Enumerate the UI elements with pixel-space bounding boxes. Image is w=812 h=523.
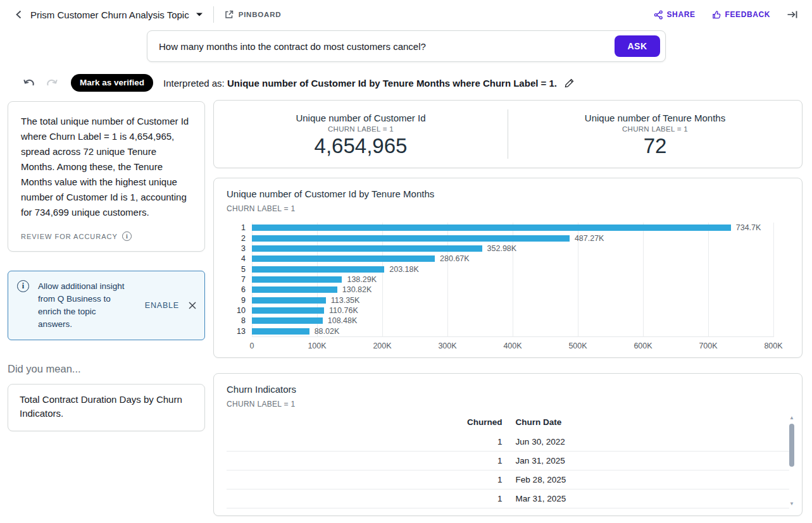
bar[interactable] bbox=[252, 328, 309, 335]
y-axis-category-label: 10 bbox=[215, 306, 246, 315]
bar-value-label: 130.82K bbox=[342, 285, 372, 294]
topbar-actions: SHARE FEEDBACK bbox=[654, 10, 798, 20]
y-axis-category-label: 1 bbox=[215, 223, 246, 232]
topic-dropdown-caret-icon[interactable] bbox=[196, 12, 203, 17]
close-icon bbox=[188, 301, 197, 310]
feedback-button[interactable]: FEEDBACK bbox=[712, 10, 770, 20]
churned-cell: 1 bbox=[227, 433, 503, 452]
answer-panel: Unique number of Customer Id CHURN LABEL… bbox=[213, 100, 803, 516]
interpreted-as-text: Interpreted as: Unique number of Custome… bbox=[163, 78, 574, 89]
scrollbar-down-arrow-icon[interactable]: ▼ bbox=[789, 501, 794, 507]
interpreted-statement: Unique number of Customer Id by Tenure M… bbox=[227, 78, 557, 89]
churned-cell: 1 bbox=[227, 452, 503, 471]
table-row[interactable]: 1Feb 28, 2025 bbox=[227, 471, 789, 489]
bar[interactable] bbox=[252, 307, 324, 314]
y-axis-category-label: 8 bbox=[215, 316, 246, 325]
scrollbar-thumb[interactable] bbox=[789, 424, 794, 467]
close-banner-button[interactable] bbox=[188, 301, 197, 310]
collapse-panel-button[interactable] bbox=[787, 10, 798, 19]
topic-title[interactable]: Prism Customer Churn Analysis Topic bbox=[30, 9, 189, 20]
x-axis-tick-label: 100K bbox=[308, 341, 326, 350]
x-axis-tick-label: 800K bbox=[764, 341, 782, 350]
review-for-accuracy: REVIEW FOR ACCURACY i bbox=[21, 231, 192, 241]
kpi-title: Unique number of Tenure Months bbox=[585, 113, 725, 123]
topbar-divider bbox=[213, 6, 214, 23]
kpi-title: Unique number of Customer Id bbox=[296, 113, 425, 123]
churn-date-cell: Jan 31, 2025 bbox=[503, 452, 789, 471]
interpreted-prefix: Interpreted as: bbox=[163, 78, 225, 89]
chart-x-axis: 0100K200K300K400K500K600K700K800K bbox=[252, 341, 773, 352]
y-axis-category-label: 7 bbox=[215, 275, 246, 284]
table-row[interactable]: 1Mar 31, 2025 bbox=[227, 489, 789, 508]
mark-as-verified-button[interactable]: Mark as verified bbox=[71, 74, 153, 92]
back-button[interactable] bbox=[11, 7, 27, 22]
bar-row: 6130.82K bbox=[252, 285, 773, 295]
bar-chart-card: Unique number of Customer Id by Tenure M… bbox=[213, 178, 803, 358]
bar-row: 8108.48K bbox=[252, 316, 773, 326]
kpi-tenure-months[interactable]: Unique number of Tenure Months CHURN LAB… bbox=[508, 101, 802, 168]
share-button[interactable]: SHARE bbox=[654, 10, 696, 20]
column-header-churn-date[interactable]: Churn Date bbox=[503, 414, 789, 433]
ask-button[interactable]: ASK bbox=[615, 35, 660, 57]
table-row[interactable]: 1Jun 30, 2022 bbox=[227, 433, 789, 452]
feedback-label: FEEDBACK bbox=[725, 10, 770, 19]
table-row[interactable]: 1Jan 31, 2025 bbox=[227, 452, 789, 471]
x-axis-tick-label: 600K bbox=[634, 341, 652, 350]
pinboard-label: PINBOARD bbox=[239, 11, 282, 18]
undo-button[interactable] bbox=[23, 78, 37, 89]
bar[interactable] bbox=[252, 245, 482, 252]
bar-row: 10110.76K bbox=[252, 305, 773, 316]
kpi-customer-id[interactable]: Unique number of Customer Id CHURN LABEL… bbox=[214, 101, 508, 168]
chart-bars: 1734.7K2487.27K3352.98K4280.67K5203.18K7… bbox=[252, 223, 773, 336]
bar[interactable] bbox=[252, 266, 384, 273]
bar[interactable] bbox=[252, 235, 570, 242]
narrative-card: The total unique number of Customer Id w… bbox=[8, 101, 205, 252]
collapse-panel-icon bbox=[787, 10, 798, 19]
bar-value-label: 110.76K bbox=[329, 306, 358, 315]
bar[interactable] bbox=[252, 225, 731, 231]
question-input[interactable]: How many months into the contract do mos… bbox=[159, 41, 615, 52]
redo-icon bbox=[44, 78, 58, 89]
q-business-banner: i Allow additional insight from Q Busine… bbox=[8, 271, 205, 340]
y-axis-category-label: 6 bbox=[215, 285, 246, 294]
kpi-card: Unique number of Customer Id CHURN LABEL… bbox=[213, 100, 803, 168]
bar[interactable] bbox=[252, 276, 342, 283]
chart-subtitle: CHURN LABEL = 1 bbox=[227, 204, 295, 213]
bar-value-label: 487.27K bbox=[575, 234, 604, 243]
x-axis-tick-label: 200K bbox=[373, 341, 391, 350]
edit-interpretation-button[interactable] bbox=[565, 78, 574, 88]
bar[interactable] bbox=[252, 317, 323, 324]
bar[interactable] bbox=[252, 297, 326, 304]
enable-button[interactable]: ENABLE bbox=[145, 301, 179, 310]
table-subtitle: CHURN LABEL = 1 bbox=[227, 400, 295, 409]
redo-button[interactable] bbox=[44, 78, 58, 89]
bar-row: 1734.7K bbox=[252, 223, 773, 233]
interpretation-row: Mark as verified Interpreted as: Unique … bbox=[23, 72, 574, 94]
kpi-value: 4,654,965 bbox=[315, 134, 408, 158]
feedback-thumbs-up-icon bbox=[712, 10, 721, 20]
suggestion-card[interactable]: Total Contract Duration Days by Churn In… bbox=[8, 384, 205, 431]
narrative-text: The total unique number of Customer Id w… bbox=[21, 114, 192, 220]
kpi-subtitle: CHURN LABEL = 1 bbox=[622, 125, 688, 133]
info-icon[interactable]: i bbox=[122, 231, 132, 241]
bar-value-label: 352.98K bbox=[487, 244, 517, 253]
column-header-churned[interactable]: Churned bbox=[227, 414, 503, 433]
y-axis-category-label: 9 bbox=[215, 296, 246, 305]
bar[interactable] bbox=[252, 255, 435, 262]
y-axis-category-label: 5 bbox=[215, 265, 246, 274]
x-axis-tick-label: 0 bbox=[250, 341, 254, 350]
question-bar: How many months into the contract do mos… bbox=[147, 30, 666, 62]
info-circle-icon: i bbox=[17, 280, 29, 292]
bar-value-label: 88.02K bbox=[315, 327, 340, 336]
churn-date-cell: Jun 30, 2022 bbox=[503, 433, 789, 452]
bar-row: 7138.29K bbox=[252, 274, 773, 285]
did-you-mean-label: Did you mean... bbox=[8, 363, 205, 375]
x-axis-tick-label: 400K bbox=[503, 341, 522, 350]
pinboard-button[interactable]: PINBOARD bbox=[224, 9, 282, 20]
bar-row: 4280.67K bbox=[252, 254, 773, 264]
scrollbar-up-arrow-icon[interactable]: ▲ bbox=[789, 415, 794, 421]
x-axis-tick-label: 500K bbox=[568, 341, 587, 350]
bar[interactable] bbox=[252, 286, 337, 293]
table-scrollbar[interactable]: ▲ ▼ bbox=[788, 415, 796, 507]
bar-row: 1388.02K bbox=[252, 326, 773, 336]
